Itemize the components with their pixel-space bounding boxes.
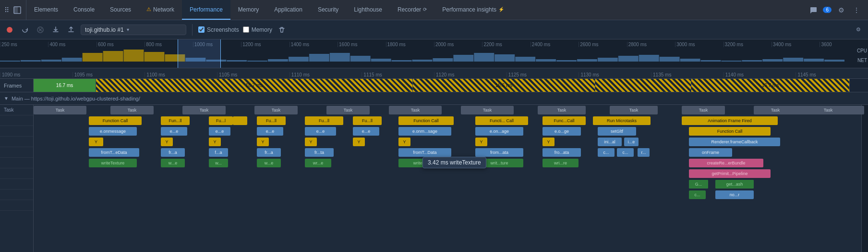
task-block[interactable]: e.onm...sage [398,127,451,136]
task-block[interactable]: setGltf [598,127,636,136]
frame-block[interactable]: 16.7 ms [691,79,850,92]
task-block[interactable]: Task [110,106,154,114]
task-block[interactable]: w...e [257,159,281,167]
task-block[interactable]: e.onmessage [89,127,137,136]
task-block[interactable]: w...e [161,159,185,167]
tab-application[interactable]: Application [266,0,310,20]
tab-performance-insights[interactable]: Performance insights⚡ [434,0,512,20]
task-block[interactable]: Fu...l [209,116,233,125]
task-block[interactable]: Task [389,106,442,114]
screenshots-checkbox-label[interactable]: Screenshots [198,26,239,33]
selection-overlay[interactable] [178,39,221,68]
task-block[interactable]: Func...Call [542,116,586,125]
task-block[interactable]: Task [326,106,370,114]
task-block[interactable]: f...a [209,148,228,157]
main-thread-header[interactable]: ▼ Main — https://toji.github.io/webgpu-c… [0,92,868,105]
clear-button[interactable] [276,24,288,36]
task-block[interactable]: Y [542,138,555,146]
task-block[interactable]: Fu...ll [353,116,382,125]
task-block[interactable]: ini...al [598,138,622,146]
task-block[interactable]: Y [257,138,269,146]
chat-icon[interactable] [808,4,819,16]
screenshots-checkbox[interactable] [198,26,205,33]
task-block[interactable]: fro...ata [542,148,581,157]
task-block[interactable] [233,116,247,125]
frame-block[interactable] [595,79,691,92]
task-block[interactable]: fr...a [161,148,185,157]
scroll-indicator[interactable] [861,105,868,252]
task-block[interactable]: e...e [305,127,336,136]
tab-network[interactable]: ⚠Network [139,0,182,20]
task-block[interactable]: e.on...age [475,127,523,136]
task-block[interactable]: Y [89,138,103,146]
url-selector[interactable]: toji.github.io #1 ▾ [81,25,186,35]
task-block[interactable]: Renderer.frameCallback [689,138,780,146]
task-block[interactable]: G... [689,180,708,189]
task-block[interactable]: writeTexture [89,159,137,167]
task-block[interactable]: Function Call [398,116,454,125]
export-button[interactable] [50,24,61,36]
task-block[interactable]: e...e [353,127,379,136]
task-block[interactable]: Function Call [89,116,142,125]
task-block[interactable]: Run Microtasks [593,116,651,125]
tab-recorder[interactable]: Recorder⟳ [390,0,434,20]
task-block[interactable]: wr...e [305,159,331,167]
task-block[interactable]: from...ata [475,148,523,157]
task-block[interactable]: createRe...erBundle [689,159,763,167]
task-block[interactable]: Fu...ll [257,116,286,125]
task-block[interactable]: fr...a [257,148,281,157]
task-block[interactable]: no...r [715,190,754,199]
task-block[interactable]: fromT...Data [398,148,451,157]
task-block[interactable]: Task [792,106,864,114]
task-block[interactable]: Functi... Call [475,116,528,125]
task-block[interactable]: Animation Frame Fired [682,116,778,125]
tab-security[interactable]: Security [310,0,346,20]
task-block[interactable]: Task [682,106,725,114]
task-block[interactable]: Function Call [689,127,771,136]
task-block[interactable]: i...e [624,138,639,146]
more-icon[interactable]: ⋮ [851,4,862,16]
frame-block[interactable]: 16.7 ms [34,79,96,92]
task-block[interactable]: Fun...ll [161,116,190,125]
reload-profile-button[interactable] [19,24,31,36]
tab-performance[interactable]: Performance [182,0,230,20]
task-block[interactable]: e...e [257,127,283,136]
tab-sources[interactable]: Sources [102,0,139,20]
task-block[interactable]: Task [461,106,514,114]
task-block[interactable]: Fu...ll [305,116,343,125]
section-collapse-arrow[interactable]: ▼ [4,96,9,101]
task-block[interactable]: e...e [209,127,230,136]
task-block[interactable]: c... [689,190,706,199]
tab-elements[interactable]: Elements [26,0,66,20]
task-block[interactable]: r... [638,148,650,157]
task-block[interactable]: Task [538,106,586,114]
frame-block[interactable]: 16.7 ms [96,79,413,92]
task-block[interactable]: Y [209,138,221,146]
task-block[interactable]: Y [161,138,173,146]
task-block[interactable]: Y [475,138,487,146]
task-block[interactable]: Task [754,106,797,114]
memory-checkbox-label[interactable]: Memory [243,26,272,33]
task-block[interactable]: c... [598,148,615,157]
stop-recording-button[interactable] [35,24,46,36]
tab-lighthouse[interactable]: Lighthouse [346,0,390,20]
tab-console[interactable]: Console [66,0,102,20]
task-block[interactable]: c... [617,148,634,157]
task-block[interactable]: getPrimit...Pipeline [689,169,771,178]
task-block[interactable]: Task [254,106,298,114]
task-block[interactable]: wri...re [542,159,579,167]
record-button[interactable] [4,24,15,36]
task-block[interactable]: Y [353,138,365,146]
task-block[interactable]: onFrame [689,148,732,157]
import-button[interactable] [65,24,77,36]
task-block[interactable]: get...ash [715,180,754,189]
devtools-menu-icon[interactable]: ⠿ [2,5,12,15]
frame-block[interactable]: 16.6 ms [413,79,595,92]
task-block[interactable]: fromT...eData [89,148,139,157]
tab-memory[interactable]: Memory [230,0,266,20]
task-block[interactable]: Task [610,106,658,114]
task-block[interactable]: w... [209,159,228,167]
task-block[interactable]: e...e [161,127,187,136]
timeline-overview[interactable]: 250 ms400 ms600 ms800 ms1000 ms1200 ms14… [0,39,868,68]
memory-checkbox[interactable] [243,26,249,33]
